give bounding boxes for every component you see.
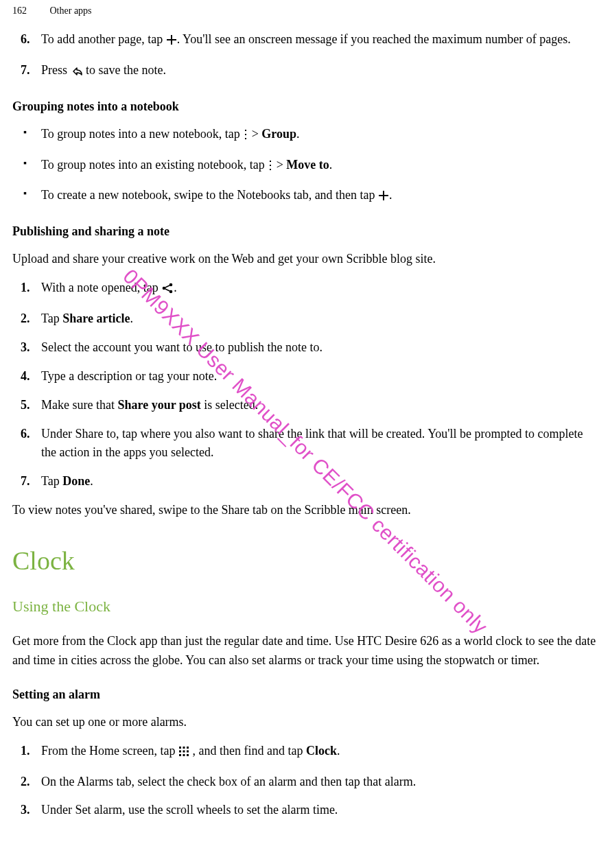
pub5-b: Share your post [117, 398, 200, 412]
step-number: 3. [21, 801, 30, 820]
svg-rect-4 [270, 165, 271, 166]
pub-step-1: 1. With a note opened, tap . [12, 279, 598, 300]
alarm-step-2: 2. On the Alarms tab, select the check b… [12, 773, 598, 792]
bullet2-b: > [273, 158, 286, 172]
svg-rect-17 [179, 754, 181, 756]
clock-intro: Get more from the Clock app than just th… [12, 632, 598, 670]
bullet1-a: To group notes into a new notebook, tap [41, 127, 243, 141]
al1-c: Clock [306, 744, 337, 758]
svg-rect-18 [183, 754, 185, 756]
al1-d: . [337, 744, 340, 758]
svg-rect-3 [270, 161, 271, 162]
back-icon [71, 63, 83, 82]
step-6: 6. To add another page, tap . You'll see… [12, 30, 598, 51]
alarm-steps: 1. From the Home screen, tap , and then … [12, 742, 598, 821]
divider-dotted [12, 622, 598, 625]
pub7-c: . [90, 474, 93, 488]
step-number: 4. [21, 367, 30, 386]
svg-rect-15 [183, 750, 185, 752]
pub7-b: Done [62, 474, 90, 488]
svg-rect-1 [245, 134, 246, 135]
al3-text: Under Set alarm, use the scroll wheels t… [41, 803, 338, 817]
page-header: 162 Other apps [12, 0, 598, 30]
heading-clock: Clock [12, 541, 598, 581]
chapter-title: Other apps [50, 5, 92, 16]
al1-b: , and then find and tap [189, 744, 306, 758]
menu-dots-icon [268, 158, 273, 177]
bullet2-a: To group notes into an existing notebook… [41, 158, 268, 172]
step6-text-after: . You'll see an onscreen message if you … [177, 32, 571, 46]
svg-rect-13 [187, 747, 189, 749]
step-number: 3. [21, 338, 30, 357]
step-7: 7. Press to save the note. [12, 61, 598, 82]
share-icon [161, 281, 174, 300]
pub2-b: Share article [62, 312, 130, 325]
plus-icon [378, 188, 389, 207]
apps-grid-icon [178, 744, 189, 763]
svg-point-8 [169, 290, 173, 294]
page-number: 162 [12, 5, 27, 16]
pub5-a: Make sure that [41, 398, 117, 412]
bullet2-d: . [329, 158, 333, 172]
pub-step-5: 5. Make sure that Share your post is sel… [12, 396, 598, 415]
step-number: 1. [21, 742, 30, 761]
bullet2-c: Move to [286, 158, 329, 172]
bullet-group-existing: To group notes into an existing notebook… [12, 156, 598, 177]
pub-step-6: 6. Under Share to, tap where you also wa… [12, 425, 598, 463]
pub1-a: With a note opened, tap [41, 281, 161, 294]
bullet1-b: > [248, 127, 261, 141]
step-number: 7. [21, 472, 30, 491]
bullet3-a: To create a new notebook, swipe to the N… [41, 188, 378, 202]
pub2-a: Tap [41, 312, 62, 325]
bullet1-d: . [296, 127, 300, 141]
bullet-group-new: To group notes into a new notebook, tap … [12, 125, 598, 146]
publish-outro: To view notes you've shared, swipe to th… [12, 501, 598, 520]
heading-using-clock: Using the Clock [12, 595, 598, 618]
svg-rect-16 [187, 750, 189, 752]
note-steps-continued: 6. To add another page, tap . You'll see… [12, 30, 598, 82]
pub6-text: Under Share to, tap where you also want … [41, 427, 583, 460]
pub2-c: . [130, 312, 133, 325]
bullet3-b: . [389, 188, 392, 202]
grouping-bullets: To group notes into a new notebook, tap … [12, 125, 598, 208]
step-number: 5. [21, 396, 30, 415]
svg-point-7 [169, 283, 173, 287]
svg-line-10 [165, 289, 169, 291]
heading-setting-alarm: Setting an alarm [12, 685, 598, 705]
step7-text-before: Press [41, 63, 71, 77]
step-number: 7. [21, 61, 30, 80]
svg-rect-12 [183, 747, 185, 749]
svg-rect-11 [179, 747, 181, 749]
svg-rect-5 [270, 169, 271, 170]
step6-text-before: To add another page, tap [41, 32, 166, 46]
pub5-c: is selected. [201, 398, 258, 412]
menu-dots-icon [243, 127, 248, 146]
pub1-b: . [174, 281, 177, 294]
svg-rect-2 [245, 138, 246, 139]
svg-line-9 [165, 285, 169, 288]
pub-step-4: 4. Type a description or tag your note. [12, 367, 598, 386]
alarm-step-1: 1. From the Home screen, tap , and then … [12, 742, 598, 763]
al1-a: From the Home screen, tap [41, 744, 178, 758]
step-number: 2. [21, 309, 30, 329]
pub-step-7: 7. Tap Done. [12, 472, 598, 491]
alarm-step-3: 3. Under Set alarm, use the scroll wheel… [12, 801, 598, 820]
plus-icon [166, 32, 177, 51]
alarm-intro: You can set up one or more alarms. [12, 713, 598, 732]
pub-step-3: 3. Select the account you want to use to… [12, 338, 598, 357]
step-number: 1. [21, 279, 30, 298]
heading-publishing: Publishing and sharing a note [12, 222, 598, 242]
publish-steps: 1. With a note opened, tap . 2. Tap Shar… [12, 279, 598, 491]
step-number: 6. [21, 425, 30, 444]
heading-grouping: Grouping notes into a notebook [12, 97, 598, 117]
step-number: 2. [21, 773, 30, 792]
publish-intro: Upload and share your creative work on t… [12, 250, 598, 269]
al2-text: On the Alarms tab, select the check box … [41, 775, 416, 788]
pub-step-2: 2. Tap Share article. [12, 309, 598, 329]
bullet-create-notebook: To create a new notebook, swipe to the N… [12, 186, 598, 207]
svg-rect-14 [179, 750, 181, 752]
bullet1-c: Group [261, 127, 296, 141]
divider-dotted [12, 589, 598, 592]
pub3-text: Select the account you want to use to pu… [41, 340, 322, 354]
pub4-text: Type a description or tag your note. [41, 369, 217, 383]
